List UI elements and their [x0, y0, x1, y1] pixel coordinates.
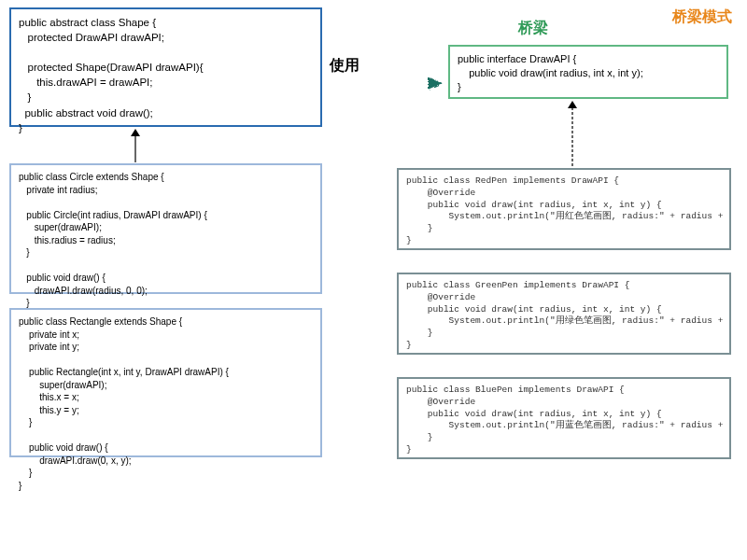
svg-marker-3 — [131, 129, 140, 136]
implement-arrow-icon — [563, 101, 582, 166]
svg-marker-1 — [428, 77, 443, 90]
use-label: 使用 — [330, 56, 359, 76]
inherit-arrow-icon — [126, 129, 145, 162]
use-arrow-icon — [329, 75, 443, 91]
greenpen-class-box: public class GreenPen implements DrawAPI… — [397, 273, 731, 355]
circle-class-box: public class Circle extends Shape { priv… — [9, 163, 322, 294]
bridge-label: 桥梁 — [518, 19, 548, 38]
redpen-class-box: public class RedPen implements DrawAPI {… — [397, 168, 731, 250]
drawapi-interface-box: public interface DrawAPI { public void d… — [448, 45, 728, 99]
shape-class-box: public abstract class Shape { protected … — [9, 7, 322, 127]
svg-marker-5 — [568, 101, 577, 108]
bluepen-class-box: public class BluePen implements DrawAPI … — [397, 377, 731, 459]
diagram-title: 桥梁模式 — [672, 7, 732, 27]
rectangle-class-box: public class Rectangle extends Shape { p… — [9, 308, 322, 457]
